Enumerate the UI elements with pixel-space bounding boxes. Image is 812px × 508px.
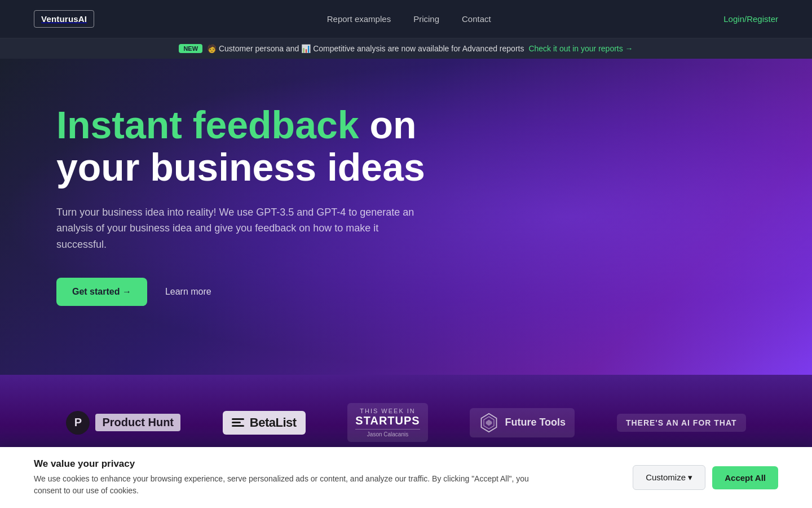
ph-icon: P bbox=[66, 411, 90, 435]
betalist-line-2 bbox=[232, 422, 241, 423]
logo: VenturusAI bbox=[34, 10, 94, 28]
accept-all-button[interactable]: Accept All bbox=[712, 466, 778, 489]
announcement-cta[interactable]: Check it out in your reports → bbox=[528, 44, 633, 53]
logo-link[interactable]: VenturusAI bbox=[34, 10, 94, 28]
logo-product-hunt: P Product Hunt bbox=[66, 411, 180, 435]
hero-actions: Get started → Learn more bbox=[56, 278, 451, 306]
cookie-title: We value your privacy bbox=[34, 458, 541, 470]
hero-subtitle: Turn your business idea into reality! We… bbox=[56, 204, 417, 253]
nav-report-examples[interactable]: Report examples bbox=[327, 14, 391, 24]
future-tools-text: Future Tools bbox=[505, 417, 566, 428]
nav-pricing[interactable]: Pricing bbox=[413, 14, 439, 24]
nav-links: Report examples Pricing Contact bbox=[327, 14, 491, 24]
startups-top-text: THIS WEEK IN bbox=[355, 408, 420, 414]
nav-contact[interactable]: Contact bbox=[462, 14, 491, 24]
ph-text: Product Hunt bbox=[95, 414, 180, 431]
login-register-link[interactable]: Login/Register bbox=[723, 14, 778, 24]
new-badge: New bbox=[179, 44, 202, 53]
logo-startups: THIS WEEK IN STARTUPS Jason Calacanis bbox=[347, 403, 427, 442]
cookie-description: We use cookies to enhance your browsing … bbox=[34, 473, 541, 497]
theresanai-text: THERE'S AN AI FOR THAT bbox=[626, 418, 737, 427]
cookie-text-block: We value your privacy We use cookies to … bbox=[34, 458, 541, 497]
announcement-text: 🧑 Customer persona and 📊 Competitive ana… bbox=[207, 44, 524, 53]
hero-section: Instant feedback onyour business ideas T… bbox=[0, 59, 812, 375]
startups-sub-text: Jason Calacanis bbox=[355, 429, 420, 437]
betalist-icon bbox=[232, 418, 244, 427]
betalist-line-1 bbox=[232, 418, 244, 420]
learn-more-button[interactable]: Learn more bbox=[165, 287, 211, 297]
logo-future-tools: Future Tools bbox=[470, 408, 575, 437]
navbar: VenturusAI Report examples Pricing Conta… bbox=[0, 0, 812, 38]
startups-main-text: STARTUPS bbox=[355, 414, 420, 427]
hero-title: Instant feedback onyour business ideas bbox=[56, 104, 451, 189]
future-tools-icon bbox=[479, 413, 499, 433]
hero-content: Instant feedback onyour business ideas T… bbox=[56, 104, 451, 306]
announcement-banner: New 🧑 Customer persona and 📊 Competitive… bbox=[0, 38, 812, 59]
svg-marker-2 bbox=[486, 419, 492, 426]
logo-theresanai: THERE'S AN AI FOR THAT bbox=[617, 414, 746, 432]
hero-title-green: Instant feedback bbox=[56, 103, 359, 146]
cookie-actions: Customize ▾ Accept All bbox=[633, 465, 778, 490]
betalist-text: BetaList bbox=[250, 415, 297, 430]
logo-betalist: BetaList bbox=[223, 411, 306, 435]
betalist-line-3 bbox=[232, 425, 244, 427]
customize-button[interactable]: Customize ▾ bbox=[633, 465, 705, 490]
cookie-banner: We value your privacy We use cookies to … bbox=[0, 447, 812, 508]
get-started-button[interactable]: Get started → bbox=[56, 278, 147, 306]
